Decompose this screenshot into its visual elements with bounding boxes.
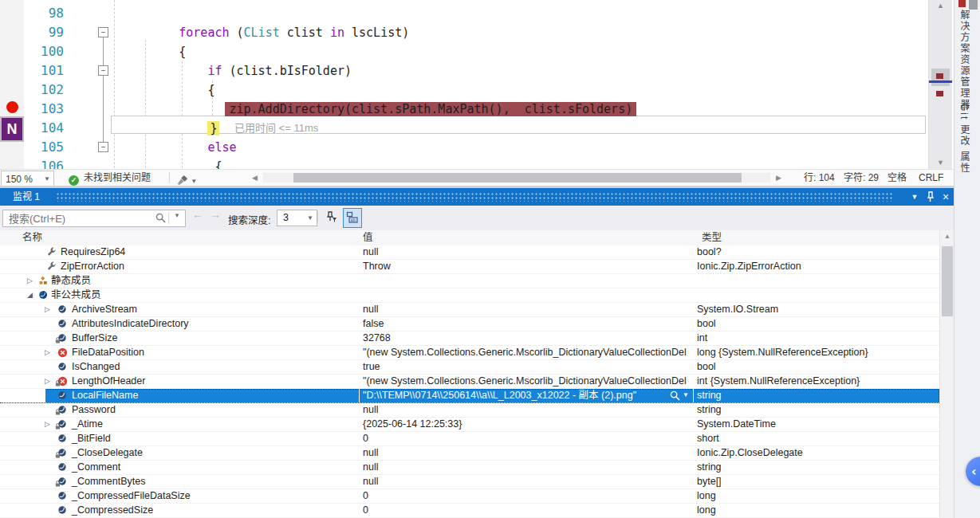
watch-row[interactable]: ▷静态成员 <box>0 274 939 288</box>
column-header-name[interactable]: 名称 <box>22 230 42 245</box>
watch-value[interactable]: 0 <box>363 432 688 445</box>
breakpoint-dot[interactable] <box>6 101 18 113</box>
watch-value[interactable]: Throw <box>363 260 688 273</box>
scroll-up-icon[interactable]: ▲ <box>929 2 952 10</box>
watch-value[interactable]: null <box>363 303 688 316</box>
watch-title-bar[interactable]: 监视 1 ▼ × <box>0 188 954 206</box>
vertical-tab[interactable]: Git 更改 <box>958 104 971 147</box>
watch-row[interactable]: Passwordnullstring <box>0 403 939 418</box>
watch-value[interactable]: 32768 <box>363 332 688 344</box>
fold-outline-line <box>103 32 104 143</box>
fold-collapse-box[interactable]: − <box>98 65 108 76</box>
watch-row[interactable]: RequiresZip64nullbool? <box>0 245 939 260</box>
watch-type: long <box>697 504 936 516</box>
pin-icon[interactable] <box>923 188 938 202</box>
scroll-down-icon[interactable]: ▼ <box>929 159 952 167</box>
vertical-tab[interactable]: 属性 <box>958 151 971 174</box>
watch-name: 静态成员 <box>51 274 91 287</box>
code-editor[interactable]: 9899−foreach (CList clist in lscList)100… <box>0 0 927 169</box>
watch-row[interactable]: _CompressedSize0long <box>0 504 939 518</box>
scroll-left-icon[interactable]: ◀ <box>252 170 258 186</box>
chevron-down-icon[interactable]: ▼ <box>174 212 180 219</box>
watch-value[interactable]: false <box>363 317 688 330</box>
watch-column-headers[interactable]: 名称 值 类型 <box>0 230 939 246</box>
document-health-indicator[interactable]: ✓未找到相关问题 <box>69 170 151 186</box>
watch-row[interactable]: ZipErrorActionThrowIonic.Zip.ZipErrorAct… <box>0 260 939 274</box>
watch-vertical-scrollbar[interactable]: ▲ <box>939 230 954 518</box>
forward-arrow-icon[interactable]: → <box>210 208 221 221</box>
watch-value[interactable]: null <box>363 403 688 416</box>
watch-value[interactable]: true <box>363 360 688 373</box>
watch-value[interactable]: "D:\\TEMP\\0714\\250614\\a\\L_L2003_x120… <box>363 389 688 402</box>
scrollbar-thumb[interactable] <box>293 173 742 182</box>
back-arrow-icon[interactable]: ← <box>192 208 203 221</box>
eol-indicator[interactable]: CRLF <box>919 170 943 186</box>
vertical-tab[interactable]: 解决方案资源管理器 <box>958 10 971 110</box>
watch-value[interactable]: null <box>363 461 688 473</box>
watch-value[interactable]: "(new System.Collections.Generic.Mscorli… <box>363 346 688 359</box>
line-number: 105 <box>27 138 64 157</box>
watch-value[interactable]: null <box>363 245 688 258</box>
pin-filter-button[interactable] <box>322 208 340 226</box>
watch-row[interactable]: LocalFileName"D:\\TEMP\\0714\\250614\\a\… <box>0 389 939 403</box>
watch-row[interactable]: _CloseDelegatenullIonic.Zip.CloseDelegat… <box>0 446 939 461</box>
watch-row[interactable]: ▷LengthOfHeader"(new System.Collections.… <box>0 375 939 389</box>
watch-row[interactable]: _BitField0short <box>0 432 939 446</box>
watch-value[interactable]: 0 <box>363 504 688 516</box>
window-position-menu-icon[interactable]: ▼ <box>907 188 922 206</box>
indent-mode-indicator[interactable]: 空格 <box>888 170 907 186</box>
editor-status-bar: 150 % ▼ ✓未找到相关问题 ▼ ◀ ▶ 行: 104 字符: 29 空格 … <box>0 169 954 186</box>
column-header-type[interactable]: 类型 <box>702 230 722 245</box>
field-icon <box>57 362 67 371</box>
raw-view-toggle-button[interactable]: ab <box>343 208 362 228</box>
expander-expanded-icon[interactable]: ◢ <box>27 288 33 301</box>
expander-collapsed-icon[interactable]: ▷ <box>27 274 33 287</box>
close-icon[interactable]: × <box>939 188 953 206</box>
watch-row[interactable]: _CommentBytesnullbyte[] <box>0 475 939 489</box>
line-number: 102 <box>27 80 64 100</box>
watch-value[interactable]: 0 <box>363 489 688 502</box>
watch-type: int {System.NullReferenceException} <box>697 375 936 387</box>
watch-value[interactable]: "(new System.Collections.Generic.Mscorli… <box>363 375 688 387</box>
fold-collapse-box[interactable]: − <box>98 142 108 152</box>
expander-collapsed-icon[interactable]: ▷ <box>45 303 50 316</box>
watch-row[interactable]: AttributesIndicateDirectoryfalsebool <box>0 317 939 332</box>
watch-row[interactable]: ◢非公共成员 <box>0 288 939 303</box>
code-token: ( <box>229 26 243 40</box>
editor-horizontal-scrollbar[interactable] <box>263 173 770 182</box>
watch-row[interactable]: IsChangedtruebool <box>0 360 939 375</box>
search-input[interactable] <box>7 211 138 226</box>
watch-search-box[interactable]: ▼ <box>2 210 186 227</box>
caret-line-indicator[interactable]: 行: 104 <box>804 170 835 186</box>
magnifier-icon[interactable] <box>670 390 680 401</box>
watch-row[interactable]: ▷ArchiveStreamnullSystem.IO.Stream <box>0 303 939 317</box>
watch-value[interactable]: null <box>363 446 688 459</box>
visualizer-dropdown-icon[interactable]: ▼ <box>683 389 689 402</box>
search-icon[interactable] <box>155 213 166 223</box>
breakpoint-margin[interactable] <box>0 0 24 169</box>
watch-row[interactable]: ▷FileDataPosition"(new System.Collection… <box>0 346 939 360</box>
scroll-up-icon[interactable]: ▲ <box>940 233 954 240</box>
zoom-select[interactable]: 150 % ▼ <box>1 171 54 186</box>
expander-collapsed-icon[interactable]: ▷ <box>45 418 50 430</box>
n-badge-icon: N <box>2 118 22 140</box>
watch-row[interactable]: _CompressedFileDataSize0long <box>0 489 939 504</box>
expander-collapsed-icon[interactable]: ▷ <box>45 375 50 387</box>
caret-char-indicator[interactable]: 字符: 29 <box>844 170 879 186</box>
watch-row[interactable]: BufferSize32768int <box>0 332 939 346</box>
margin-badge-wrap: N <box>0 116 24 142</box>
editor-vertical-scrollbar[interactable]: ▲ ▼ <box>928 0 952 169</box>
scroll-right-icon[interactable]: ▶ <box>776 170 781 186</box>
search-depth-select[interactable]: 3 ▼ <box>277 210 317 226</box>
watch-row[interactable]: _Commentnullstring <box>0 461 939 475</box>
watch-type: string <box>697 461 936 473</box>
field-icon <box>57 304 67 314</box>
watch-value[interactable]: null <box>363 475 688 488</box>
fold-collapse-box[interactable]: − <box>98 27 108 37</box>
expander-collapsed-icon[interactable]: ▷ <box>45 346 50 359</box>
scrollbar-thumb[interactable] <box>942 246 953 316</box>
column-header-value[interactable]: 值 <box>363 230 373 245</box>
watch-value[interactable]: {2025-06-14 12:25:33} <box>363 418 688 430</box>
code-line: foreach (CList clist in lscList) <box>179 23 409 42</box>
watch-row[interactable]: ▷_Atime{2025-06-14 12:25:33}System.DateT… <box>0 418 939 432</box>
